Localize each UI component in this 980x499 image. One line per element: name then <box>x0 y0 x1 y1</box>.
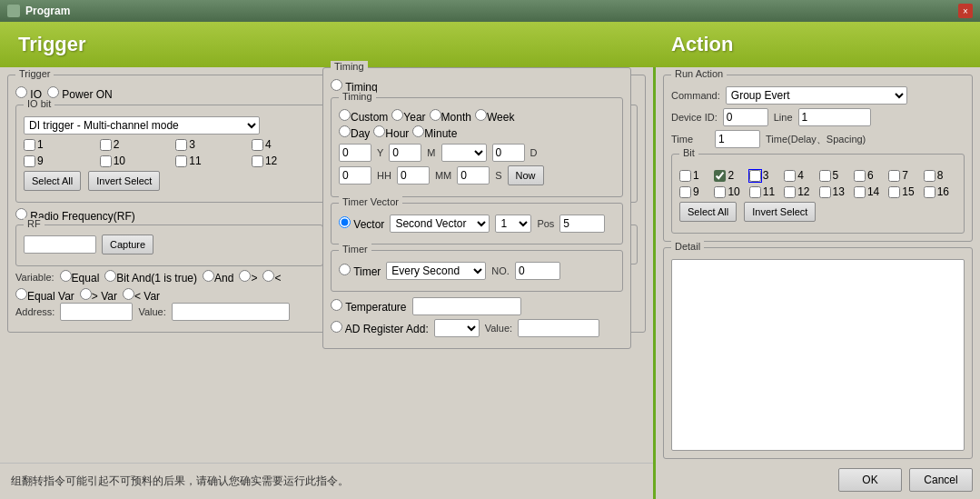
acb-5: 5 <box>819 169 852 182</box>
mm-input[interactable] <box>397 166 430 185</box>
temperature-input[interactable] <box>412 297 521 315</box>
week-radio[interactable] <box>475 109 487 121</box>
acb-9: 9 <box>679 185 712 198</box>
power-on-radio[interactable] <box>47 86 59 98</box>
value-input[interactable] <box>172 303 290 321</box>
custom-radio-label[interactable]: Custom <box>339 109 388 124</box>
io-radio[interactable] <box>15 86 27 98</box>
d-label: D <box>530 147 538 158</box>
acb-8: 8 <box>924 169 956 182</box>
main-content: Trigger IO Power ON IO bit DI trigger - … <box>0 67 980 499</box>
ad-register-dropdown[interactable] <box>434 319 480 337</box>
acb-4: 4 <box>784 169 817 182</box>
year-radio[interactable] <box>391 109 403 121</box>
equal-var-radio[interactable] <box>15 288 27 300</box>
ad-register-radio-label[interactable]: AD Register Add: <box>331 321 429 335</box>
minute-radio[interactable] <box>412 125 424 137</box>
month-radio-label[interactable]: Month <box>430 109 471 124</box>
trigger-invert-select-button[interactable]: Invert Select <box>88 171 160 191</box>
lt-radio[interactable] <box>262 270 274 282</box>
close-button[interactable]: × <box>958 4 973 18</box>
lt-var-radio[interactable] <box>123 288 134 300</box>
time-input[interactable] <box>715 130 760 148</box>
temperature-radio-label[interactable]: Temperature <box>331 299 407 314</box>
and-radio[interactable] <box>203 270 214 282</box>
action-invert-select-button[interactable]: Invert Select <box>744 202 816 222</box>
acb-6: 6 <box>854 169 886 182</box>
every-second-dropdown[interactable]: Every Second <box>386 262 486 280</box>
minute-radio-label[interactable]: Minute <box>412 125 457 140</box>
power-on-radio-label[interactable]: Power ON <box>47 86 113 101</box>
hour-radio[interactable] <box>373 125 385 137</box>
vector-num-dropdown[interactable]: 1 <box>495 215 531 233</box>
trigger-select-all-button[interactable]: Select All <box>24 171 81 191</box>
vector-radio[interactable] <box>339 216 351 228</box>
equal-var-radio-label[interactable]: Equal Var <box>15 288 74 303</box>
timer-sub-radio-label[interactable]: Timer <box>339 264 381 278</box>
week-radio-label[interactable]: Week <box>475 109 514 124</box>
cb-10: 10 <box>100 155 174 167</box>
device-id-input[interactable] <box>723 108 768 126</box>
ad-value-input[interactable] <box>518 319 599 337</box>
hh-input[interactable] <box>339 166 371 185</box>
timer-no-input[interactable] <box>515 262 560 280</box>
footer-warning-bar: 组翻转指令可能引起不可预料的后果，请确认您确实需要运行此指令。 <box>0 463 653 499</box>
line-input[interactable] <box>798 108 871 126</box>
time-label: Time <box>671 134 693 145</box>
io-dropdown[interactable]: DI trigger - Multi-channel mode <box>24 116 260 135</box>
detail-label: Detail <box>671 241 704 252</box>
timing-radio[interactable] <box>331 79 342 91</box>
d-input[interactable] <box>492 144 525 162</box>
month-radio[interactable] <box>430 109 441 121</box>
vector-radio-label[interactable]: Vector <box>339 216 384 231</box>
address-input[interactable] <box>60 303 133 321</box>
hour-radio-label[interactable]: Hour <box>373 125 409 140</box>
pos-input[interactable] <box>559 215 605 233</box>
program-icon <box>7 5 20 17</box>
lt-var-radio-label[interactable]: < Var <box>123 288 160 303</box>
rf-input[interactable] <box>24 235 96 254</box>
custom-radio[interactable] <box>339 109 351 121</box>
timer-sub-radio[interactable] <box>339 264 351 275</box>
right-panel: Run Action Command: Group Evert Device I… <box>653 67 980 499</box>
ok-cancel-row: OK Cancel <box>663 468 973 492</box>
acb-1: 1 <box>679 169 712 182</box>
gt-var-radio[interactable] <box>80 288 92 300</box>
bit-and-radio[interactable] <box>104 270 116 282</box>
gt-var-radio-label[interactable]: > Var <box>80 288 117 303</box>
day-radio[interactable] <box>339 125 351 137</box>
detail-textarea[interactable] <box>671 259 965 451</box>
trigger-section-header: Trigger <box>0 33 653 56</box>
m-dropdown[interactable] <box>441 144 487 162</box>
command-dropdown[interactable]: Group Evert <box>726 86 907 105</box>
cancel-button[interactable]: Cancel <box>909 468 973 492</box>
action-select-all-button[interactable]: Select All <box>679 202 737 222</box>
s-input[interactable] <box>457 166 490 185</box>
ad-register-radio[interactable] <box>331 321 342 333</box>
hh-label: HH <box>377 170 391 181</box>
bit-and-radio-label[interactable]: Bit And(1 is true) <box>104 270 197 284</box>
equal-radio[interactable] <box>60 270 72 282</box>
acb-2: 2 <box>714 169 747 182</box>
timer-group: Timer Timer Every Second NO. <box>331 250 623 292</box>
m-input[interactable] <box>389 144 421 162</box>
gt-radio[interactable] <box>239 270 251 282</box>
time-delay-label: Time(Delay、Spacing) <box>766 133 866 146</box>
temperature-radio[interactable] <box>331 299 342 311</box>
equal-radio-label[interactable]: Equal <box>60 270 100 284</box>
and-radio-label[interactable]: And <box>203 270 233 284</box>
now-button[interactable]: Now <box>508 165 544 185</box>
action-title: Action <box>671 33 733 55</box>
rf-group: RF Capture <box>15 225 323 266</box>
year-radio-label[interactable]: Year <box>391 109 425 124</box>
capture-button[interactable]: Capture <box>102 235 153 254</box>
second-vector-dropdown[interactable]: Second Vector <box>390 215 490 233</box>
day-radio-label[interactable]: Day <box>339 125 370 140</box>
cb-2: 2 <box>100 138 174 151</box>
timer-no-label: NO. <box>491 265 510 276</box>
gt-radio-label[interactable]: > <box>239 270 257 284</box>
run-action-label: Run Action <box>671 68 727 79</box>
lt-radio-label[interactable]: < <box>262 270 281 284</box>
ok-button[interactable]: OK <box>838 468 902 492</box>
y-input[interactable] <box>339 144 371 162</box>
